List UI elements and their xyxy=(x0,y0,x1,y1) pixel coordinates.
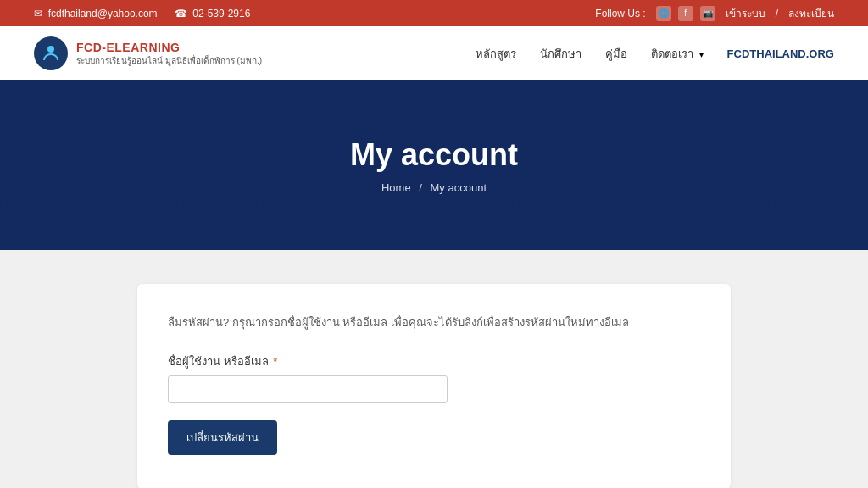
logo-title: FCD-ELEARNING xyxy=(76,41,262,54)
form-description: ลืมรหัสผ่าน? กรุณากรอกชื่อผู้ใช้งาน หรือ… xyxy=(168,314,700,332)
breadcrumb-home[interactable]: Home xyxy=(381,181,411,194)
dropdown-arrow-icon: ▾ xyxy=(699,50,704,59)
breadcrumb-separator: / xyxy=(419,181,422,194)
email-text: fcdthailand@yahoo.com xyxy=(48,8,158,19)
logo-text: FCD-ELEARNING ระบบการเรียนรู้ออนไลน์ มูล… xyxy=(76,41,262,67)
register-link[interactable]: ลงทะเบียน xyxy=(788,5,834,21)
nav-website[interactable]: FCDTHAILAND.ORG xyxy=(727,47,834,60)
hero-title: My account xyxy=(350,137,518,173)
nav-courses[interactable]: หลักสูตร xyxy=(476,45,516,63)
nav-students[interactable]: นักศึกษา xyxy=(540,45,581,63)
instagram-icon[interactable]: 📷 xyxy=(700,6,715,21)
login-link[interactable]: เข้าระบบ xyxy=(726,5,765,21)
nav-contact[interactable]: ติดต่อเรา xyxy=(651,47,693,60)
social-icons: 🌐 f 📷 xyxy=(656,6,715,21)
top-bar-right: Follow Us : 🌐 f 📷 เข้าระบบ / ลงทะเบียน xyxy=(595,5,834,21)
facebook-icon[interactable]: f xyxy=(678,6,693,21)
logo-icon xyxy=(34,36,68,70)
logo[interactable]: FCD-ELEARNING ระบบการเรียนรู้ออนไลน์ มูล… xyxy=(34,36,262,70)
phone-icon: ☎ xyxy=(175,8,187,19)
label-text: ชื่อผู้ใช้งาน หรืออีเมล xyxy=(168,355,269,368)
globe-icon[interactable]: 🌐 xyxy=(656,6,671,21)
top-bar: ✉ fcdthailand@yahoo.com ☎ 02-539-2916 Fo… xyxy=(0,0,868,26)
logo-subtitle: ระบบการเรียนรู้ออนไลน์ มูลนิธิเพื่อเด็กพ… xyxy=(76,54,262,67)
top-bar-left: ✉ fcdthailand@yahoo.com ☎ 02-539-2916 xyxy=(34,8,250,19)
main-nav: หลักสูตร นักศึกษา คู่มือ ติดต่อเรา ▾ FCD… xyxy=(476,45,834,63)
breadcrumb: Home / My account xyxy=(350,181,518,194)
email-info: ✉ fcdthailand@yahoo.com xyxy=(34,8,158,19)
hero-section: My account Home / My account xyxy=(0,80,868,250)
main-content: ลืมรหัสผ่าน? กรุณากรอกชื่อผู้ใช้งาน หรือ… xyxy=(0,250,868,488)
nav-manual[interactable]: คู่มือ xyxy=(605,45,627,63)
phone-info: ☎ 02-539-2916 xyxy=(175,8,251,19)
svg-point-0 xyxy=(47,46,54,53)
phone-text: 02-539-2916 xyxy=(192,8,250,19)
breadcrumb-current: My account xyxy=(431,181,487,194)
username-label: ชื่อผู้ใช้งาน หรืออีเมล * xyxy=(168,352,700,370)
submit-button[interactable]: เปลี่ยนรหัสผ่าน xyxy=(168,420,277,455)
nav-contact-dropdown[interactable]: ติดต่อเรา ▾ xyxy=(651,45,704,63)
username-input[interactable] xyxy=(168,375,448,403)
username-field-group: ชื่อผู้ใช้งาน หรืออีเมล * xyxy=(168,352,700,403)
nav-separator: / xyxy=(776,8,778,19)
required-indicator: * xyxy=(273,355,277,368)
hero-content: My account Home / My account xyxy=(350,137,518,194)
email-icon: ✉ xyxy=(34,8,42,19)
form-card: ลืมรหัสผ่าน? กรุณากรอกชื่อผู้ใช้งาน หรือ… xyxy=(137,284,731,488)
header: FCD-ELEARNING ระบบการเรียนรู้ออนไลน์ มูล… xyxy=(0,26,868,80)
follow-us-label: Follow Us : xyxy=(595,8,645,19)
